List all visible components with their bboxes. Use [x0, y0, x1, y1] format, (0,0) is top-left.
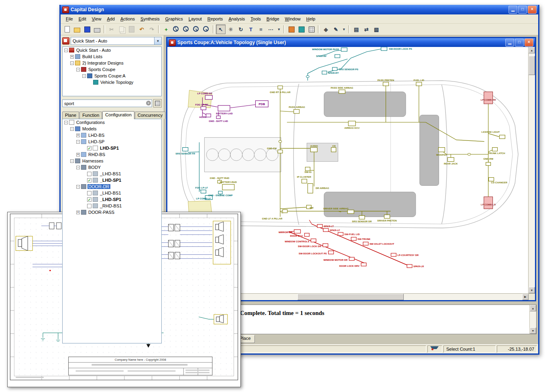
zoom-out-icon[interactable]: −	[181, 24, 191, 34]
tree-item-configurations[interactable]: -Configurations	[63, 119, 161, 126]
tree-item-body[interactable]: -BODY	[63, 164, 161, 171]
component-box-srs-sensor-fr[interactable]	[183, 148, 188, 151]
component-box-srs-sensor-ps[interactable]	[332, 67, 337, 71]
collapse-icon[interactable]: -	[70, 61, 74, 65]
component-box-gnd-lf-a-pillar[interactable]	[283, 209, 287, 213]
component-box-sw-door-lock-dr[interactable]	[323, 244, 328, 247]
close-button[interactable]: ×	[528, 6, 537, 14]
menu-help[interactable]: Help	[303, 15, 318, 22]
collapse-icon[interactable]: -	[76, 140, 80, 144]
tab-concurrency[interactable]: Concurrency	[135, 112, 165, 119]
tree-item-harnesses[interactable]: -Harnesses	[63, 158, 161, 164]
inline-connector[interactable]	[279, 140, 282, 142]
collapse-icon[interactable]: -	[76, 166, 80, 169]
component-box-door-ecu[interactable]	[305, 233, 309, 236]
harness-wire[interactable]	[443, 152, 488, 154]
pan-tool-icon[interactable]: +	[161, 24, 171, 34]
menu-file[interactable]: File	[63, 15, 76, 22]
component-box-spkr-lf[interactable]	[323, 228, 328, 232]
detail-dots-icon[interactable]: ···	[266, 24, 276, 34]
checkbox[interactable]: ✓	[87, 146, 92, 150]
component-box-pass-airbag[interactable]	[294, 110, 299, 114]
search-input[interactable]	[62, 100, 152, 107]
component-box-gnd-fm[interactable]	[278, 150, 283, 153]
harness-wire[interactable]	[309, 220, 312, 224]
component-box-battery-rhd[interactable]	[222, 184, 234, 190]
expand-icon[interactable]: +	[76, 211, 80, 214]
checkbox[interactable]	[87, 204, 92, 208]
menu-bridge[interactable]: Bridge	[264, 15, 282, 22]
tree-item-lhd-bs1[interactable]: _LHD-BS1	[63, 190, 161, 196]
component-box-cd[interactable]	[331, 148, 336, 152]
component-box-dr-airbag[interactable]	[308, 183, 313, 193]
maximize-button[interactable]: □	[518, 6, 527, 14]
scroll-up-icon[interactable]: ▲	[529, 47, 535, 53]
tree-item-lhd-bs[interactable]: +LHD-BS	[63, 132, 161, 138]
component-box-audio[interactable]	[311, 148, 317, 152]
tab-plane[interactable]: Plane	[62, 112, 79, 119]
menu-actions[interactable]: Actions	[118, 15, 138, 22]
tab-configuration[interactable]: Configuration	[102, 111, 134, 119]
pen-dropdown-icon[interactable]: ▾	[341, 24, 347, 34]
tree-item-sports-coupe[interactable]: -Sports Coupe	[63, 66, 161, 73]
harness-wire[interactable]	[341, 49, 381, 69]
cut-icon[interactable]: ✂	[107, 24, 116, 34]
component-box-pass-preten[interactable]	[383, 82, 388, 86]
component-box-pass-side-airbag[interactable]	[339, 90, 345, 93]
rotate-tool-icon[interactable]: ↻	[236, 24, 246, 34]
menu-edit[interactable]: Edit	[76, 15, 89, 22]
undo-icon[interactable]: ↶	[137, 24, 146, 34]
open-folder-icon[interactable]	[72, 24, 82, 34]
menu-analysis[interactable]: Analysis	[226, 15, 248, 22]
zoom-window-icon[interactable]: □	[191, 24, 201, 34]
expand-icon[interactable]: +	[76, 153, 80, 156]
component-box-fog-lp-lf[interactable]	[201, 190, 206, 193]
component-box-rear-jack[interactable]	[447, 158, 454, 162]
filter-panel[interactable]	[427, 345, 442, 353]
clear-search-icon[interactable]: ×	[146, 101, 151, 106]
checkbox[interactable]	[87, 191, 92, 195]
paste-icon[interactable]	[127, 24, 136, 34]
menu-reports[interactable]: Reports	[205, 15, 226, 22]
table-tool-icon[interactable]	[307, 24, 316, 34]
component-box-lp-comb-lr[interactable]	[484, 197, 493, 209]
component-box-sw-door-lock-ps[interactable]	[381, 47, 387, 51]
child-minimize-button[interactable]: ▁	[505, 39, 514, 47]
tree-item-vehicle-topology[interactable]: Vehicle Topology	[63, 79, 161, 85]
component-box-trunk-latch[interactable]	[492, 148, 498, 151]
chevron-down-icon[interactable]: ▼	[154, 37, 161, 45]
align-tool-icon[interactable]: ≡	[256, 24, 266, 34]
collapse-icon[interactable]: -	[76, 185, 80, 189]
selection-filter-icon[interactable]: ✳	[226, 24, 236, 34]
component-box-fuel-lid[interactable]	[416, 82, 422, 86]
child-close-button[interactable]: ×	[525, 39, 533, 47]
harness-wire[interactable]	[230, 105, 256, 108]
vertical-scroll-thumb[interactable]	[529, 56, 535, 75]
save-icon[interactable]	[82, 24, 92, 34]
component-box-ip-cluster[interactable]	[302, 179, 307, 183]
scroll-down-icon[interactable]: ▼	[530, 327, 536, 334]
component-box-gnd-rm[interactable]	[486, 162, 491, 166]
component-box-sw-ig[interactable]	[305, 167, 310, 171]
scope-select[interactable]: Quick Start - Auto ▼	[71, 37, 162, 45]
tab-function[interactable]: Function	[79, 112, 102, 119]
component-box-horn[interactable]	[206, 114, 211, 117]
tree-item-2-integrator-designs[interactable]: -2) Integrator Designs	[63, 60, 161, 66]
tree-item-lhd-sp1[interactable]: ✓LHD-SP1	[63, 145, 161, 151]
harness-wire[interactable]	[280, 111, 294, 112]
scroll-down-icon[interactable]: ▼	[529, 287, 535, 293]
checkbox[interactable]	[87, 172, 92, 176]
collapse-icon[interactable]: -	[82, 74, 86, 78]
menu-layout[interactable]: Layout	[186, 15, 205, 22]
checkbox[interactable]: ✓	[87, 197, 92, 202]
component-box-window-motor-dr[interactable]	[349, 257, 354, 260]
junction-tool-icon[interactable]: ◆	[321, 24, 331, 34]
component-box-sw-door-lockout-ps[interactable]	[328, 251, 334, 254]
component-box-srs-sensor-dr[interactable]	[359, 215, 365, 219]
output-scrollbar[interactable]: ▲ ▼	[529, 305, 536, 334]
export-tool-icon[interactable]: ▧	[372, 24, 381, 34]
inline-connector[interactable]	[468, 153, 471, 155]
collapse-icon[interactable]: -	[64, 49, 68, 52]
report-tool-icon[interactable]: ▤	[352, 24, 361, 34]
component-box-lp-courtesy-dr[interactable]	[391, 253, 396, 256]
